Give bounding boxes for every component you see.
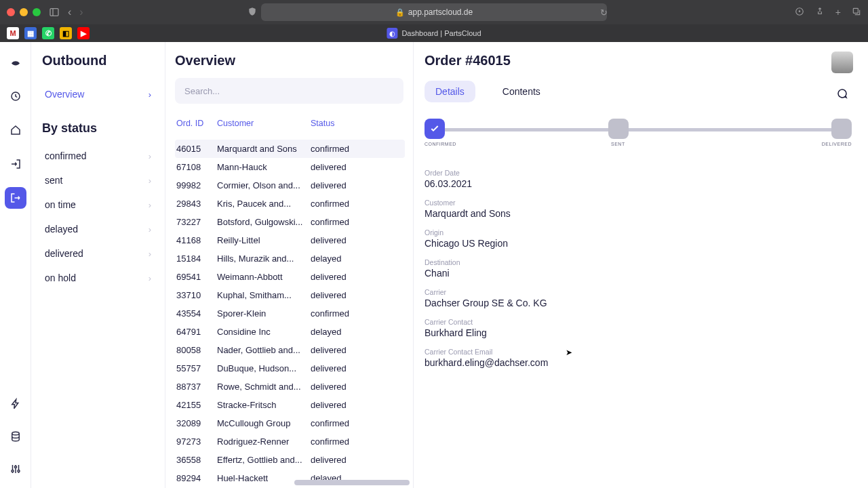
sidebar-item-status[interactable]: confirmed› — [42, 144, 154, 168]
table-row[interactable]: 99982Cormier, Olson and...delivered — [175, 176, 405, 195]
table-row[interactable]: 80058Nader, Gottlieb and...delivered — [175, 341, 405, 359]
outbound-icon[interactable] — [5, 187, 26, 209]
privacy-shield-icon[interactable] — [248, 7, 257, 18]
cell-id: 73227 — [176, 217, 217, 227]
bookmark-gmail-icon[interactable]: M — [7, 27, 19, 39]
tabs-overview-icon[interactable] — [852, 7, 861, 18]
detail-field: Carrier ContactBurkhard Eling — [425, 318, 852, 338]
table-row[interactable]: 73227Botsford, Gulgowski...confirmed — [175, 213, 405, 231]
table-row[interactable]: 64791Considine Incdelayed — [175, 323, 405, 341]
table-row[interactable]: 55757DuBuque, Hudson...delivered — [175, 359, 405, 378]
cell-customer: Rodriguez-Renner — [217, 436, 311, 447]
sidebar-item-status[interactable]: delivered› — [42, 241, 154, 266]
sidebar-item-status[interactable]: on hold› — [42, 266, 154, 290]
tab-contents[interactable]: Contents — [492, 81, 551, 102]
table-row[interactable]: 36558Effertz, Gottlieb and...delivered — [175, 451, 405, 469]
sidebar-item-status[interactable]: on time› — [42, 192, 154, 217]
url-bar[interactable]: 🔒 app.partscloud.de — [261, 3, 607, 21]
clock-icon[interactable] — [5, 85, 26, 107]
back-icon[interactable]: ‹ — [68, 6, 71, 18]
col-status[interactable]: Status — [311, 119, 402, 128]
progress-label: SENT — [611, 142, 625, 146]
sidebar: Outbound Overview › By status confirmed›… — [31, 42, 165, 488]
cell-customer: Marquardt and Sons — [217, 144, 311, 154]
home-icon[interactable] — [5, 119, 26, 141]
cell-status: delayed — [311, 327, 403, 337]
bookmark-whatsapp-icon[interactable]: ✆ — [42, 27, 54, 39]
download-icon[interactable] — [795, 7, 804, 18]
new-tab-icon[interactable]: + — [835, 7, 841, 18]
bookmark-youtube-icon[interactable]: ▶ — [77, 27, 90, 39]
table-row[interactable]: 69541Weimann-Abbottdelivered — [175, 268, 405, 286]
table-row[interactable]: 29843Kris, Paucek and...confirmed — [175, 195, 405, 213]
bookmark-bar: M ▦ ✆ ◧ ▶ ◐ Dashboard | PartsCloud — [0, 24, 868, 42]
bookmark-app-icon[interactable]: ◧ — [60, 27, 72, 39]
tab-label: Details — [435, 86, 465, 97]
field-label: Carrier Contact Email — [425, 348, 852, 356]
svg-rect-3 — [853, 8, 858, 13]
field-label: Origin — [425, 228, 852, 237]
table-body[interactable]: 46015Marquardt and Sonsconfirmed67108Man… — [175, 140, 409, 488]
table-header[interactable]: Ord. ID Customer Status — [175, 119, 403, 135]
sidebar-item-label: Overview — [45, 89, 84, 100]
logo-icon[interactable] — [5, 52, 26, 73]
table-row[interactable]: 42155Stracke-Fritschdelivered — [175, 396, 405, 414]
sidebar-item-status[interactable]: sent› — [42, 168, 154, 192]
cell-customer: Sporer-Klein — [217, 308, 311, 319]
avatar[interactable] — [831, 52, 853, 73]
svg-point-5 — [12, 432, 19, 435]
cell-customer: McCullough Group — [217, 418, 311, 428]
detail-tabs: Details Contents — [425, 81, 852, 102]
table-row[interactable]: 97273Rodriguez-Rennerconfirmed — [175, 432, 405, 451]
share-icon[interactable] — [815, 7, 825, 18]
inbound-icon[interactable] — [5, 153, 26, 175]
horizontal-scrollbar[interactable] — [294, 480, 410, 485]
refresh-icon[interactable]: ↻ — [600, 7, 608, 18]
cell-status: delivered — [311, 272, 403, 282]
detail-field: Order Date06.03.2021 — [425, 169, 852, 189]
col-customer[interactable]: Customer — [217, 119, 311, 128]
table-row[interactable]: 46015Marquardt and Sonsconfirmed — [175, 140, 405, 158]
window-controls[interactable] — [7, 8, 41, 16]
sidebar-item-status[interactable]: delayed› — [42, 217, 154, 241]
field-label: Order Date — [425, 169, 852, 177]
cell-id: 99982 — [176, 180, 217, 190]
search-input[interactable] — [175, 78, 403, 104]
table-row[interactable]: 32089McCullough Groupconfirmed — [175, 414, 405, 432]
sidebar-item-overview[interactable]: Overview › — [42, 82, 154, 106]
bolt-icon[interactable] — [5, 393, 26, 415]
progress-line — [434, 128, 842, 131]
bookmark-calendar-icon[interactable]: ▦ — [24, 27, 37, 39]
comment-icon[interactable] — [831, 83, 853, 104]
detail-field: OriginChicago US Region — [425, 228, 852, 249]
sliders-icon[interactable] — [5, 458, 26, 480]
browser-toolbar: ‹ › 🔒 app.partscloud.de ↻ + — [0, 0, 868, 24]
sidebar-toggle-icon[interactable] — [49, 7, 60, 18]
sidebar-section-title: By status — [42, 121, 154, 136]
close-window-icon[interactable] — [7, 8, 15, 16]
table-row[interactable]: 33710Kuphal, Smitham...delivered — [175, 286, 405, 304]
cell-status: confirmed — [311, 144, 403, 154]
cell-status: delivered — [311, 345, 403, 355]
lock-icon: 🔒 — [395, 8, 405, 17]
cell-customer: Kris, Paucek and... — [217, 199, 311, 209]
database-icon[interactable] — [5, 426, 26, 447]
cell-id: 32089 — [176, 418, 217, 428]
table-row[interactable]: 43554Sporer-Kleinconfirmed — [175, 304, 405, 323]
field-label: Destination — [425, 258, 852, 266]
table-row[interactable]: 15184Hills, Murazik and...delayed — [175, 249, 405, 268]
table-row[interactable]: 88737Rowe, Schmidt and...delivered — [175, 378, 405, 396]
minimize-window-icon[interactable] — [20, 8, 28, 16]
maximize-window-icon[interactable] — [33, 8, 41, 16]
cell-status: delivered — [311, 235, 403, 245]
sidebar-item-label: sent — [45, 175, 62, 186]
col-id[interactable]: Ord. ID — [176, 119, 217, 128]
cell-customer: Stracke-Fritsch — [217, 400, 311, 410]
sidebar-item-label: delivered — [45, 248, 83, 259]
cell-id: 41168 — [176, 235, 217, 245]
field-value: Dachser Group SE & Co. KG — [425, 298, 852, 308]
tab-label: Contents — [502, 86, 540, 97]
table-row[interactable]: 41168Reilly-Litteldelivered — [175, 231, 405, 249]
tab-details[interactable]: Details — [425, 81, 475, 102]
table-row[interactable]: 67108Mann-Hauckdelivered — [175, 158, 405, 176]
